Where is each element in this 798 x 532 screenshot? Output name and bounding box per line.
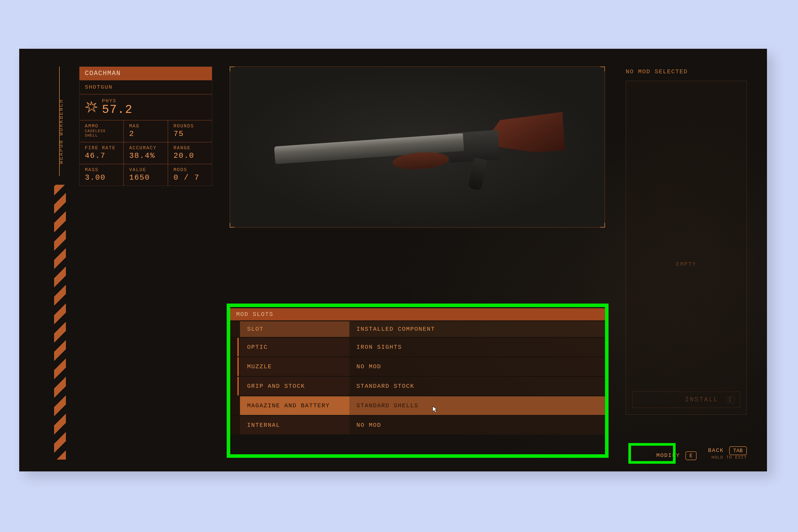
- stat-value: VALUE 1650: [124, 164, 168, 186]
- slot-component: STANDARD SHELLS: [349, 396, 605, 415]
- stat-mass: MASS 3.00: [79, 164, 124, 186]
- weapon-preview[interactable]: [230, 66, 605, 228]
- stat-value: 2: [129, 130, 164, 138]
- slot-component: NO MOD: [349, 357, 605, 376]
- column-header-component: INSTALLED COMPONENT: [349, 321, 605, 337]
- back-sublabel: HOLD TO EXIT: [708, 455, 747, 460]
- stat-rounds: ROUNDS 75: [168, 120, 212, 142]
- modify-button[interactable]: MODIFY E: [657, 451, 697, 460]
- corner-icon: [230, 223, 234, 228]
- damage-value: 57.2: [102, 103, 133, 116]
- slot-name: MUZZLE: [240, 357, 349, 376]
- slot-component: IRON SIGHTS: [349, 338, 605, 357]
- stat-value: 0 / 7: [173, 173, 208, 182]
- mod-slot-row-optic[interactable]: OPTIC IRON SIGHTS: [230, 337, 605, 357]
- stat-value: 38.4%: [129, 151, 164, 160]
- stat-label: RANGE: [173, 146, 208, 151]
- stat-value: 75: [173, 130, 208, 138]
- stat-value: 46.7: [85, 151, 119, 160]
- slot-name: GRIP AND STOCK: [240, 377, 349, 396]
- slot-component: NO MOD: [349, 416, 605, 435]
- corner-icon: [600, 223, 605, 228]
- stat-mods: MODS 0 / 7: [168, 164, 212, 186]
- weapon-stats-panel: COACHMAN SHOTGUN PHYS 57.2 AMMO CASELESS…: [79, 66, 212, 186]
- mod-slot-row-grip-stock[interactable]: GRIP AND STOCK STANDARD STOCK: [230, 376, 605, 396]
- stat-label: ROUNDS: [173, 124, 208, 129]
- corner-icon: [230, 66, 234, 71]
- damage-row: PHYS 57.2: [79, 95, 212, 120]
- stat-value: 3.00: [85, 173, 119, 182]
- stat-label: AMMO: [85, 124, 119, 129]
- stat-label: FIRE RATE: [85, 146, 119, 151]
- stat-value-number: 1650: [129, 173, 164, 182]
- stat-accuracy: ACCURACY 38.4%: [124, 142, 168, 164]
- mod-slots-panel: MOD SLOTS SLOT INSTALLED COMPONENT OPTIC…: [230, 308, 605, 435]
- slot-name: OPTIC: [240, 338, 349, 357]
- weapon-name: COACHMAN: [79, 67, 212, 80]
- mod-slot-row-magazine-battery[interactable]: MAGAZINE AND BATTERY STANDARD SHELLS: [230, 396, 605, 415]
- hazard-stripes-icon: [54, 185, 66, 460]
- cursor-icon: [432, 406, 438, 415]
- install-key: I: [726, 397, 735, 403]
- install-button[interactable]: INSTALL I: [632, 392, 740, 408]
- slot-name: MAGAZINE AND BATTERY: [240, 396, 349, 415]
- modify-label: MODIFY: [657, 452, 680, 459]
- slot-component-text: STANDARD SHELLS: [357, 402, 418, 409]
- stat-label: MODS: [173, 167, 208, 173]
- back-label: BACK: [708, 447, 724, 454]
- empty-label: EMPTY: [626, 261, 746, 267]
- column-header-slot: SLOT: [240, 321, 349, 337]
- stat-ammo: AMMO CASELESS SHELL: [79, 120, 124, 142]
- install-label: INSTALL: [685, 396, 718, 403]
- workbench-title: WEAPON WORKBENCH: [58, 99, 64, 164]
- stat-mag: MAG 2: [124, 120, 168, 142]
- stat-label: MASS: [85, 167, 119, 173]
- phys-damage-icon: [85, 100, 98, 115]
- bottom-button-bar: MODIFY E BACK TAB HOLD TO EXIT: [657, 446, 747, 460]
- stat-label: MAG: [129, 124, 164, 129]
- back-button[interactable]: BACK TAB HOLD TO EXIT: [708, 446, 747, 460]
- corner-icon: [600, 66, 605, 71]
- slot-name: INTERNAL: [240, 416, 349, 435]
- stat-sub: CASELESS SHELL: [85, 129, 119, 138]
- weapon-type: SHOTGUN: [79, 80, 212, 95]
- stat-fire-rate: FIRE RATE 46.7: [79, 142, 124, 164]
- game-window: WEAPON WORKBENCH COACHMAN SHOTGUN PHYS 5…: [19, 49, 767, 471]
- mod-slots-header-row: SLOT INSTALLED COMPONENT: [230, 320, 605, 337]
- stat-value: 20.0: [173, 151, 208, 160]
- mod-slots-title: MOD SLOTS: [230, 308, 605, 320]
- mod-slot-row-internal[interactable]: INTERNAL NO MOD: [230, 415, 605, 435]
- right-panel-title: NO MOD SELECTED: [626, 68, 747, 75]
- modify-key: E: [685, 451, 697, 460]
- mod-detail-panel: EMPTY INSTALL I: [626, 81, 747, 415]
- stat-label: ACCURACY: [129, 146, 164, 151]
- back-key: TAB: [729, 446, 747, 455]
- stat-label: VALUE: [129, 167, 164, 173]
- stat-range: RANGE 20.0: [168, 142, 212, 164]
- mod-slot-row-muzzle[interactable]: MUZZLE NO MOD: [230, 357, 605, 376]
- slot-component: STANDARD STOCK: [349, 377, 605, 396]
